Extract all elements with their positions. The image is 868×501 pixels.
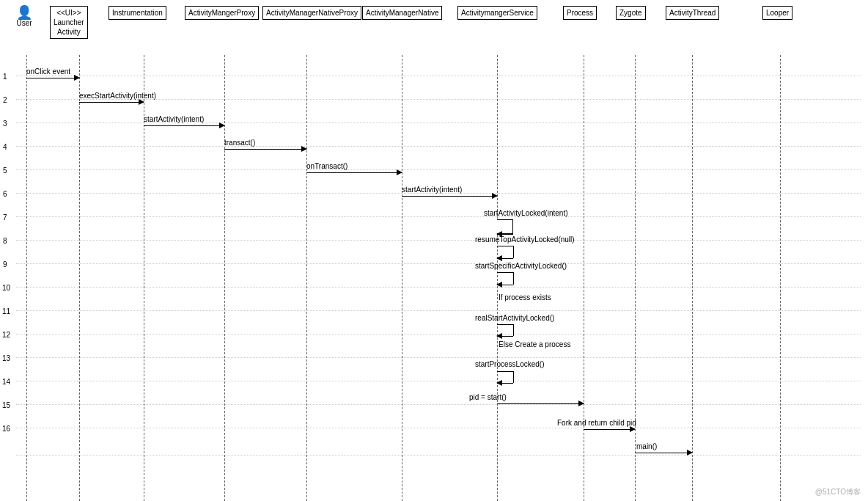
arrow-label-m4: transact() [224,139,255,147]
arrow-label-m13: startProcessLocked() [475,360,544,368]
instrumentation-box: Instrumentation [108,6,166,20]
self-call-bot-m11 [497,336,513,337]
row-num-14: 14 [2,378,10,386]
row-line-9 [16,263,861,264]
arrow-m1: onClick event [26,78,79,78]
watermark: @51CTO博客 [815,487,861,497]
row-line-3 [16,122,861,123]
row-num-10: 10 [2,284,10,292]
ams-box: ActivitymangerService [457,6,537,20]
arrow-m6: startActivity(intent) [402,196,497,197]
actor-amnp: ActivityManagerNativeProxy [262,6,361,20]
self-call-bot-m9 [497,285,513,285]
row-line-8 [16,240,861,241]
row-num-12: 12 [2,331,10,339]
self-call-top-m9 [497,272,513,273]
self-call-right-m13 [513,371,514,383]
self-call-top-m13 [497,371,513,372]
row-line-16 [16,428,861,428]
self-call-right-m8 [513,246,514,258]
self-call-right-m11 [513,324,514,336]
actor-launcher: <<UI>>LauncherActivity [50,6,88,39]
actor-ams: ActivitymangerService [457,6,537,20]
zygote-box: Zygote [616,6,646,20]
arrow-label-m15: Fork and return child pid [557,419,636,427]
self-call-bot-m8 [497,258,513,259]
diagram-container: 👤 User <<UI>>LauncherActivity Instrument… [0,0,868,501]
arrow-label-m11: realStartActivityLocked() [475,314,554,322]
arrow-label-m9: startSpecificActivityLocked() [475,262,567,270]
at-box: ActivityThread [666,6,719,20]
actor-zygote: Zygote [616,6,646,20]
arrow-m4: transact() [224,149,306,150]
row-num-16: 16 [2,425,10,433]
user-icon: 👤 [16,6,32,19]
actor-amn: ActivityManagerNative [362,6,442,20]
row-line-13 [16,357,861,358]
row-num-7: 7 [3,213,7,222]
arrow-label-m10: If process exists [499,293,551,301]
self-call-top-m11 [497,324,513,325]
launcher-box: <<UI>>LauncherActivity [50,6,88,39]
arrow-m2: execStartActivity(intent) [79,102,144,103]
row-line-bottom [16,455,861,456]
arrow-line-m16 [635,453,692,453]
actor-amp: ActivityMangerProxy [185,6,259,20]
arrow-label-m1: onClick event [26,67,70,76]
row-num-8: 8 [3,237,7,245]
arrow-label-m8: resumeTopActivityLocked(null) [475,235,575,244]
arrow-label-m12: Else Create a process [499,340,570,348]
amnp-box: ActivityManagerNativeProxy [262,6,361,20]
row-num-9: 9 [3,260,7,268]
amn-box: ActivityManagerNative [362,6,442,20]
arrow-m3: startActivity(intent) [144,125,224,126]
row-line-12 [16,334,861,334]
arrow-line-m15 [584,429,635,430]
arrow-label-m6: startActivity(intent) [402,186,462,194]
row-line-15 [16,404,861,405]
arrow-line-m14 [497,403,584,404]
arrow-m5: onTransact() [306,172,402,173]
row-num-3: 3 [3,120,7,128]
row-num-2: 2 [3,96,7,104]
self-call-top-m8 [497,246,513,246]
row-num-15: 15 [2,401,10,409]
self-call-bot-m13 [497,383,513,384]
actor-looper: Looper [762,6,792,20]
row-line-10 [16,287,861,288]
row-line-4 [16,146,861,147]
self-call-top-m7 [497,219,513,220]
user-label: User [16,19,32,27]
row-line-11 [16,310,861,311]
actor-at: ActivityThread [666,6,719,20]
actor-user: 👤 User [16,6,32,27]
arrow-label-m2: execStartActivity(intent) [79,92,156,100]
row-line-7 [16,216,861,217]
amp-box: ActivityMangerProxy [185,6,259,20]
arrow-label-m14: pid = start() [469,393,507,401]
looper-box: Looper [762,6,792,20]
row-line-1 [16,76,861,76]
arrow-label-m5: onTransact() [306,162,347,170]
row-num-11: 11 [2,307,10,315]
arrow-label-m16: main() [636,442,657,450]
row-line-5 [16,169,861,170]
row-num-5: 5 [3,167,7,175]
row-line-14 [16,381,861,381]
actor-instrumentation: Instrumentation [108,6,166,20]
process-box: Process [563,6,597,20]
actor-process: Process [563,6,597,20]
self-call-right-m9 [513,272,514,285]
arrow-label-m3: startActivity(intent) [144,115,204,123]
row-num-4: 4 [3,143,7,151]
row-num-1: 1 [3,73,7,81]
row-num-13: 13 [2,354,10,362]
row-num-6: 6 [3,190,7,198]
arrow-label-m7: startActivityLocked(intent) [484,209,568,217]
